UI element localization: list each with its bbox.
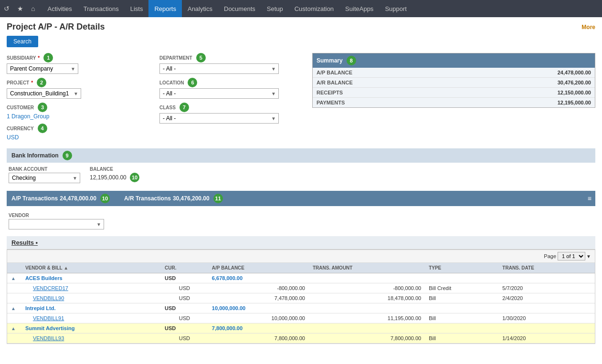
- currency-cell: USD: [161, 283, 208, 293]
- bill-link[interactable]: VENDBILL93: [21, 333, 161, 343]
- vendor-name[interactable]: ACES Builders: [21, 273, 161, 283]
- customer-value: 1 Dragon_Group: [7, 113, 150, 120]
- badge-8: 8: [347, 56, 356, 65]
- currency-field: CURRENCY 4 USD: [7, 124, 150, 141]
- indent-cell: [7, 333, 21, 343]
- th-vendor-bill[interactable]: VENDOR & BILL ▲: [21, 263, 161, 273]
- vendor-name[interactable]: Summit Advertising: [21, 323, 161, 333]
- balance-value: 12,195,000.00 10: [90, 173, 139, 182]
- ar-balance-row: A/R BALANCE 30,476,200.00: [313, 78, 595, 88]
- indent-cell: [7, 313, 21, 323]
- class-select[interactable]: - All -: [159, 113, 279, 124]
- bill-link[interactable]: VENDBILL91: [21, 313, 161, 323]
- department-select-wrapper: - All - ▼: [159, 63, 279, 74]
- subsidiary-select[interactable]: Parent Company: [7, 63, 78, 74]
- customer-field: CUSTOMER 3 1 Dragon_Group: [7, 103, 150, 120]
- page-chevron-icon: ▼: [586, 254, 591, 259]
- top-navigation: ↺ ★ ⌂ Activities Transactions Lists Repo…: [0, 0, 602, 17]
- nav-analytics[interactable]: Analytics: [182, 0, 218, 17]
- nav-reports[interactable]: Reports: [148, 0, 182, 17]
- nav-support[interactable]: Support: [379, 0, 412, 17]
- table-row: VENDCRED17 USD -800,000.00 -800,000.00 B…: [7, 283, 595, 293]
- form-right: Summary 8 A/P BALANCE 24,478,000.00 A/R …: [312, 53, 595, 108]
- th-trans-amount[interactable]: TRANS. AMOUNT: [309, 263, 425, 273]
- ap-transactions-tab[interactable]: A/P Transactions 24,478,000.00 10: [11, 194, 110, 203]
- type-cell: Bill: [425, 333, 498, 343]
- bill-link[interactable]: VENDCRED17: [21, 283, 161, 293]
- bank-account-select-wrapper: Checking ▼: [9, 173, 80, 183]
- receipts-row: RECEIPTS 12,150,000.00: [313, 88, 595, 98]
- table-row: VENDBILL90 USD 7,478,000.00 18,478,000.0…: [7, 293, 595, 303]
- search-button[interactable]: Search: [7, 36, 38, 47]
- trans-amount-cell: [309, 323, 425, 333]
- nav-lists[interactable]: Lists: [125, 0, 149, 17]
- ap-balance-cell: 6,678,000.00: [208, 273, 309, 283]
- date-cell: 1/14/2020: [498, 333, 595, 343]
- refresh-icon[interactable]: ↺: [2, 5, 11, 12]
- nav-transactions[interactable]: Transactions: [78, 0, 125, 17]
- vendor-select[interactable]: [9, 219, 104, 229]
- expand-cell[interactable]: ▲: [7, 323, 21, 333]
- page-title: Project A/P - A/R Details: [7, 22, 105, 32]
- nav-documents[interactable]: Documents: [218, 0, 261, 17]
- th-ap-balance[interactable]: A/P BALANCE: [208, 263, 309, 273]
- home-icon[interactable]: ⌂: [29, 5, 37, 12]
- date-cell: 5/7/2020: [498, 283, 595, 293]
- ap-balance-cell: 7,800,000.00: [208, 323, 309, 333]
- sort-icon: ▲: [63, 265, 68, 270]
- form-middle: DEPARTMENT 5 - All - ▼ LOCATION 6: [159, 53, 303, 127]
- ar-transactions-tab[interactable]: A/R Transactions 30,476,200.00 11: [124, 194, 223, 203]
- type-cell: [425, 303, 498, 313]
- project-select[interactable]: Construction_Building1: [7, 88, 81, 99]
- th-currency[interactable]: CUR.: [161, 263, 208, 273]
- trans-amount-cell: [309, 303, 425, 313]
- table-row: ▲ Intrepid Ltd. USD 10,000,000.00: [7, 303, 595, 313]
- currency-cell: USD: [161, 333, 208, 343]
- trans-amount-cell: [309, 273, 425, 283]
- bank-account-select[interactable]: Checking: [9, 173, 80, 183]
- date-cell: [498, 273, 595, 283]
- favorites-icon[interactable]: ★: [15, 5, 25, 12]
- indent-cell: [7, 293, 21, 303]
- department-select[interactable]: - All -: [159, 63, 279, 74]
- nav-customization[interactable]: Customization: [289, 0, 339, 17]
- nav-setup[interactable]: Setup: [261, 0, 289, 17]
- grid-icon[interactable]: ≡: [588, 195, 591, 202]
- payments-row: PAYMENTS 12,195,000.00: [313, 98, 595, 107]
- nav-items: Activities Transactions Lists Reports An…: [42, 0, 412, 17]
- th-trans-date[interactable]: TRANS. DATE: [498, 263, 595, 273]
- expand-cell[interactable]: ▲: [7, 273, 21, 283]
- form-section: SUBSIDIARY * 1 Parent Company ▼ PROJECT …: [7, 53, 595, 145]
- vendor-name[interactable]: Intrepid Ltd.: [21, 303, 161, 313]
- page-select[interactable]: 1 of 1: [558, 252, 585, 260]
- department-field: DEPARTMENT 5 - All - ▼: [159, 53, 303, 74]
- balance-field: BALANCE 12,195,000.00 10: [90, 166, 139, 182]
- page-content: Project A/P - A/R Details More Search SU…: [0, 17, 602, 349]
- type-cell: [425, 323, 498, 333]
- nav-activities[interactable]: Activities: [42, 0, 77, 17]
- badge-11: 11: [213, 194, 223, 203]
- pagination-row: Page 1 of 1 ▼: [7, 250, 595, 263]
- location-select[interactable]: - All -: [159, 88, 279, 99]
- table-row: VENDBILL91 USD 10,000,000.00 11,195,000.…: [7, 313, 595, 323]
- expand-icon: ▲: [11, 306, 16, 311]
- more-link[interactable]: More: [581, 24, 595, 31]
- nav-suiteapps[interactable]: SuiteApps: [339, 0, 379, 17]
- ap-balance-cell: -800,000.00: [208, 283, 309, 293]
- expand-icon: ▲: [11, 276, 16, 281]
- type-cell: Bill: [425, 293, 498, 303]
- badge-2: 2: [37, 78, 46, 87]
- bill-link[interactable]: VENDBILL90: [21, 293, 161, 303]
- expand-icon: ▲: [11, 326, 16, 331]
- type-cell: Bill: [425, 313, 498, 323]
- transactions-bar: A/P Transactions 24,478,000.00 10 A/R Tr…: [7, 191, 595, 206]
- department-label: DEPARTMENT 5: [159, 53, 303, 62]
- subsidiary-field: SUBSIDIARY * 1 Parent Company ▼: [7, 53, 150, 74]
- currency-cell: USD: [161, 303, 208, 313]
- badge-6: 6: [188, 78, 197, 87]
- vendor-select-wrapper: ▼: [9, 219, 104, 229]
- badge-5: 5: [196, 53, 206, 62]
- results-header-link[interactable]: Results •: [11, 239, 38, 246]
- expand-cell[interactable]: ▲: [7, 303, 21, 313]
- th-type[interactable]: TYPE: [425, 263, 498, 273]
